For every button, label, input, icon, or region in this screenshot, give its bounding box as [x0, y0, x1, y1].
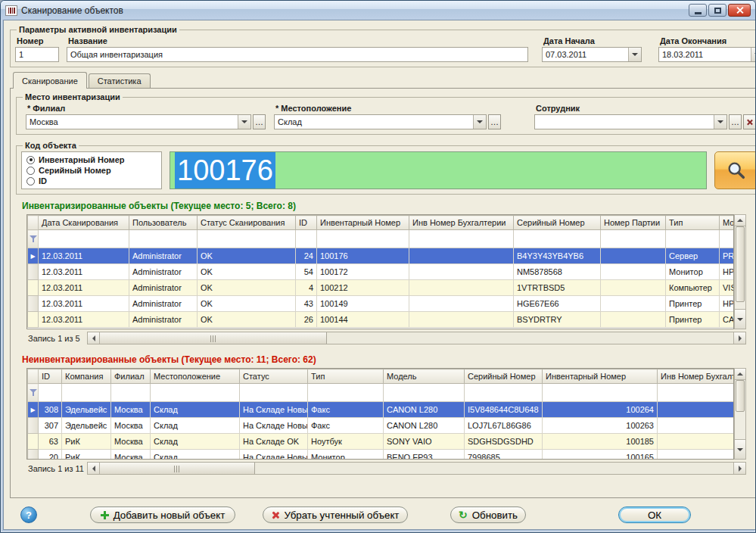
cell[interactable]: На Складе OK — [240, 434, 308, 450]
column-header[interactable]: Компания — [62, 369, 111, 384]
filter-cell[interactable] — [384, 384, 465, 402]
cell[interactable]: 43 — [296, 296, 317, 312]
filter-cell[interactable] — [308, 384, 384, 402]
filter-cell[interactable] — [409, 230, 514, 248]
cell[interactable]: Москва — [111, 450, 151, 460]
cell[interactable] — [601, 296, 666, 312]
cell[interactable]: Принтер — [666, 312, 720, 328]
cell[interactable]: 100212 — [317, 280, 409, 296]
cell[interactable]: Эдельвейс — [62, 418, 111, 434]
cell[interactable]: 100149 — [317, 296, 409, 312]
employee-combo[interactable] — [534, 114, 727, 129]
filter-cell[interactable] — [198, 230, 296, 248]
scroll-thumb[interactable] — [736, 226, 745, 302]
cell[interactable]: 100165 — [543, 450, 658, 460]
column-header[interactable]: Модель — [720, 216, 735, 230]
cell[interactable]: Administrator — [129, 264, 198, 280]
code-type-radio[interactable] — [26, 156, 35, 164]
employee-clear-button[interactable] — [743, 114, 756, 129]
cell[interactable]: 12.03.2011 — [39, 312, 129, 328]
start-date-field[interactable]: 07.03.2011 — [542, 47, 642, 62]
cell[interactable]: 54 — [296, 264, 317, 280]
cell[interactable]: OK — [198, 312, 296, 328]
cell[interactable] — [601, 280, 666, 296]
cell[interactable]: Компьютер — [666, 280, 720, 296]
filter-cell[interactable] — [151, 384, 240, 402]
cell[interactable]: OK — [198, 296, 296, 312]
cell[interactable]: 100176 — [317, 248, 409, 264]
filter-cell[interactable] — [543, 384, 658, 402]
object-code-input[interactable]: 100176 — [170, 151, 707, 189]
column-header[interactable]: Инв Номер Бухгалтерии — [658, 369, 735, 384]
table-row[interactable]: ▶12.03.2011AdministratorOK24100176B4Y3Y4… — [28, 248, 735, 264]
filter-cell[interactable] — [39, 230, 129, 248]
tab-statistics[interactable]: Статистика — [89, 73, 151, 88]
cell[interactable] — [409, 280, 514, 296]
column-header[interactable]: Инв Номер Бухгалтерии — [409, 216, 514, 230]
cell[interactable]: OK — [198, 280, 296, 296]
cell[interactable]: Administrator — [129, 248, 198, 264]
column-header[interactable]: Серийный Номер — [465, 369, 543, 384]
cell[interactable]: HP 1 — [720, 296, 735, 312]
table-row[interactable]: 12.03.2011AdministratorOK26100144BSYDRTR… — [28, 312, 735, 328]
cell[interactable] — [409, 296, 514, 312]
scroll-down-button[interactable] — [735, 439, 745, 459]
filter-cell[interactable] — [666, 230, 720, 248]
cell[interactable]: SONY VAIO — [384, 434, 465, 450]
column-header[interactable]: Статус — [240, 369, 308, 384]
inventoried-vertical-scrollbar[interactable] — [734, 214, 746, 329]
filter-cell[interactable] — [39, 384, 62, 402]
column-header[interactable]: Тип — [666, 216, 720, 230]
radio-option-serial-number[interactable]: Серийный Номер — [26, 166, 157, 175]
table-row[interactable]: 12.03.2011AdministratorOK41002121VTRTBSD… — [28, 280, 735, 296]
code-type-radio[interactable] — [26, 167, 35, 175]
cell[interactable]: Склад — [151, 418, 240, 434]
table-row[interactable]: 63РиКМоскваСкладНа Складе OKНоутбукSONY … — [28, 434, 735, 450]
column-header[interactable]: Филиал — [111, 369, 151, 384]
branch-dropdown-button[interactable] — [238, 115, 250, 129]
employee-browse-button[interactable]: … — [729, 114, 742, 129]
branch-browse-button[interactable]: … — [253, 114, 266, 129]
cell[interactable]: SDGHSDGSDHD — [465, 434, 543, 450]
scroll-up-button[interactable] — [735, 369, 745, 380]
table-row[interactable]: 20РиКМоскваСкладНа Складе НовыйМониторBE… — [28, 450, 735, 460]
remove-object-button[interactable]: Убрать учтенный объект — [263, 507, 408, 523]
cell[interactable]: 12.03.2011 — [39, 248, 129, 264]
cell[interactable]: 100144 — [317, 312, 409, 328]
cell[interactable]: OK — [198, 264, 296, 280]
place-dropdown-button[interactable] — [473, 115, 486, 129]
filter-cell[interactable] — [720, 230, 735, 248]
cell[interactable]: 100263 — [543, 418, 658, 434]
branch-combo[interactable]: Москва — [26, 114, 251, 129]
cell[interactable]: На Складе Новый — [240, 418, 308, 434]
cell[interactable] — [658, 418, 735, 434]
maximize-button[interactable] — [708, 4, 726, 17]
cell[interactable]: BSYDRTRY — [514, 312, 601, 328]
filter-cell[interactable] — [317, 230, 409, 248]
table-row[interactable]: ▶308ЭдельвейсМоскваСкладНа Складе НовыйФ… — [28, 402, 735, 418]
tab-scanning[interactable]: Сканирование — [13, 72, 87, 89]
end-date-field[interactable]: 18.03.2011 — [658, 47, 756, 62]
cell[interactable]: Сервер — [666, 248, 720, 264]
cell[interactable] — [601, 312, 666, 328]
column-header[interactable]: Инвентарный Номер — [543, 369, 658, 384]
scroll-thumb[interactable] — [736, 380, 745, 412]
filter-cell[interactable] — [465, 384, 543, 402]
column-header[interactable]: Статус Сканирования — [198, 216, 296, 230]
cell[interactable]: 12.03.2011 — [39, 264, 129, 280]
cell[interactable]: Склад — [151, 402, 240, 418]
column-header[interactable]: Номер Партии — [601, 216, 666, 230]
column-header[interactable]: Инвентарный Номер — [317, 216, 409, 230]
scroll-thumb[interactable] — [100, 332, 327, 344]
refresh-button[interactable]: ↻ Обновить — [450, 507, 526, 523]
cell[interactable]: Administrator — [129, 280, 198, 296]
cell[interactable]: Москва — [111, 402, 151, 418]
minimize-button[interactable] — [689, 4, 707, 17]
cell[interactable]: VIST — [720, 280, 735, 296]
place-browse-button[interactable]: … — [488, 114, 501, 129]
cell[interactable]: Монитор — [308, 450, 384, 460]
cell[interactable]: Факс — [308, 402, 384, 418]
cell[interactable]: Administrator — [129, 312, 198, 328]
filter-cell[interactable] — [658, 384, 735, 402]
cell[interactable]: HGE67E66 — [514, 296, 601, 312]
